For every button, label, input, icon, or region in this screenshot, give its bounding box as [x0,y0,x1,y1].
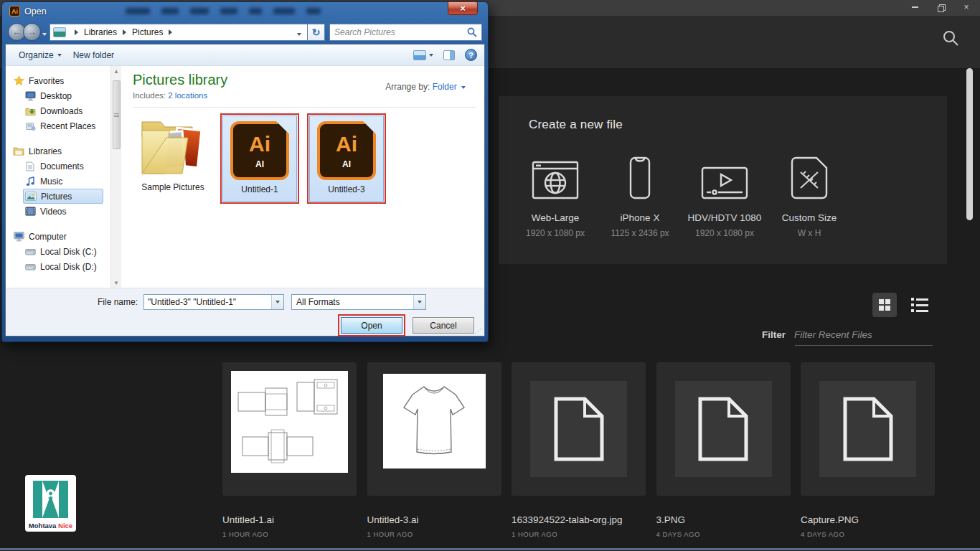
restore-icon [938,4,944,11]
template-hdv-hdtv[interactable]: HDV/HDTV 1080 1920 x 1080 px [682,154,767,238]
file-item-sample-pictures[interactable]: Sample Pictures [133,113,213,192]
search-input[interactable] [334,27,467,37]
sidebar-item-label: Computer [29,232,67,242]
resize-grip[interactable]: ⋰ [475,327,482,334]
sidebar-scrollbar[interactable]: ▲ ▼ [110,66,121,288]
dialog-titlebar[interactable]: Ai Open × [5,2,485,20]
back-arrow-icon: ← [12,27,22,37]
new-folder-button[interactable]: New folder [67,48,120,62]
desktop-icon [24,90,36,102]
file-item-label: Untitled-3 [328,184,364,194]
template-name: HDV/HDTV 1080 [688,212,762,223]
app-close-button[interactable]: × [958,1,974,13]
chevron-down-icon [429,54,433,57]
sidebar-item-label: Downloads [40,106,83,116]
tshirt-drawing-thumb [383,374,486,468]
grid-view-button[interactable] [872,293,897,317]
template-web-large[interactable]: Web-Large 1920 x 1080 px [513,154,598,238]
filter-input[interactable] [794,329,916,340]
sidebar-item-videos[interactable]: Videos [23,204,110,219]
sidebar-item-label: Favorites [29,76,64,86]
breadcrumb[interactable]: Libraries Pictures [50,24,308,41]
recent-thumbnail[interactable] [512,362,646,496]
recent-file-time: 1 HOUR AGO [222,530,357,538]
sidebar-item-local-disk-d[interactable]: Local Disk (D:) [23,259,110,274]
recent-file-card: Untitled-1.ai 1 HOUR AGO [222,362,357,538]
file-item-untitled-1[interactable]: Ai AI Untitled-1 [222,116,297,202]
breadcrumb-item-pictures[interactable]: Pictures [132,27,163,37]
sidebar-item-label: Local Disk (D:) [40,262,97,272]
sidebar-item-local-disk-c[interactable]: Local Disk (C:) [23,244,110,259]
cancel-button[interactable]: Cancel [413,317,474,334]
recent-file-name[interactable]: Capture.PNG [801,514,935,525]
address-dropdown-button[interactable] [294,26,304,39]
sidebar-item-documents[interactable]: Documents [23,159,110,174]
sidebar-item-label: Local Disk (C:) [40,247,97,257]
restore-button[interactable] [933,1,948,13]
refresh-button[interactable]: ↻ [308,24,325,41]
views-icon [413,50,426,60]
recent-file-name[interactable]: Untitled-1.ai [222,514,357,525]
sidebar-item-recent-places[interactable]: Recent Places [23,118,110,133]
annotation-rect: Open [338,314,405,336]
sidebar-item-music[interactable]: Music [23,174,110,189]
sidebar-item-desktop[interactable]: Desktop [23,88,110,103]
ai-file-icon: Ai AI [230,121,289,180]
scroll-down-icon[interactable]: ▼ [113,278,119,288]
forward-button[interactable]: → [23,23,41,41]
recent-file-name[interactable]: 1633924522-talab-org.jpg [512,514,646,525]
recent-thumbnail[interactable] [367,362,501,496]
dialog-close-button[interactable]: × [448,1,478,15]
scrollbar-thumb[interactable] [113,80,121,149]
format-combo[interactable]: All Formats [291,294,426,310]
sidebar-item-libraries[interactable]: Libraries [11,143,110,159]
list-view-button[interactable] [911,296,930,314]
recent-file-card: Capture.PNG 4 DAYS AGO [801,362,935,538]
scroll-up-icon[interactable]: ▲ [113,66,119,76]
disk-icon [24,246,36,258]
sidebar-item-pictures[interactable]: Pictures [23,189,103,204]
views-button[interactable] [413,50,433,60]
file-name-input[interactable] [144,297,271,307]
close-icon: × [963,3,969,11]
template-size: 1920 x 1080 px [526,228,585,238]
chevron-down-icon [42,33,47,36]
minimize-button[interactable] [907,1,923,13]
locations-link[interactable]: 2 locations [168,91,207,100]
recent-thumbnail[interactable] [656,362,791,496]
recent-file-name[interactable]: Untitled-3.ai [367,514,501,525]
recent-thumbnail[interactable] [801,362,935,496]
help-button[interactable]: ? [465,49,477,61]
template-name: iPhone X [621,212,660,223]
window-controls: × [907,1,974,13]
format-dropdown-button[interactable] [413,295,425,309]
search-icon [467,27,477,37]
template-iphone-x[interactable]: iPhone X 1125 x 2436 px [598,154,682,238]
home-scrollbar-thumb[interactable] [966,68,973,220]
file-name-combo [143,294,284,310]
history-dropdown-button[interactable] [42,26,47,39]
bottom-edge-line [0,548,980,550]
organize-button[interactable]: Organize [13,48,67,62]
open-button[interactable]: Open [341,317,402,334]
ai-icon-small-label: AI [255,159,264,169]
arrange-label: Arrange by: [385,82,430,92]
breadcrumb-item-libraries[interactable]: Libraries [84,27,117,37]
arrange-value-link[interactable]: Folder [433,82,457,92]
preview-pane-button[interactable] [443,50,455,60]
chevron-down-icon [461,86,466,89]
header-divider [133,107,476,108]
dialog-toolbar: Organize New folder ? [6,44,484,66]
annotation-rect: Ai AI Untitled-3 [307,113,386,204]
recent-file-name[interactable]: 3.PNG [656,514,791,525]
file-name-dropdown-button[interactable] [271,295,283,309]
recent-thumbnail[interactable] [222,362,357,496]
file-item-untitled-3[interactable]: Ai AI Untitled-3 [309,116,384,202]
dialog-footer: File name: All Formats Open Cancel [6,288,484,336]
sidebar-item-downloads[interactable]: Downloads [23,103,110,118]
search-icon[interactable] [941,29,960,47]
template-custom-size[interactable]: Custom Size W x H [767,154,852,238]
sidebar-item-computer[interactable]: Computer [11,229,110,244]
chevron-down-icon [57,54,62,57]
sidebar-item-favorites[interactable]: Favorites [11,73,110,88]
